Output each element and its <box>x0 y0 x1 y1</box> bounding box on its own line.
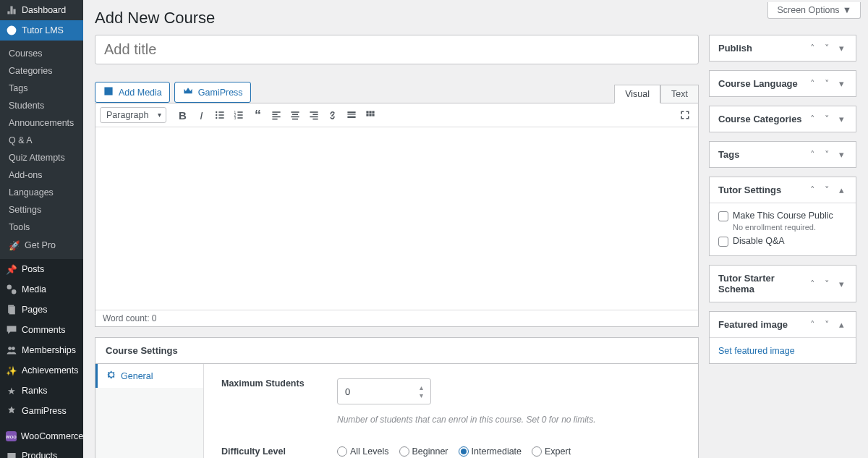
align-left-button[interactable] <box>268 106 285 124</box>
svg-rect-20 <box>238 111 243 113</box>
course-title-input[interactable] <box>95 35 699 64</box>
sidebar-sub-students[interactable]: Students <box>0 97 83 114</box>
tab-label: General <box>121 371 153 381</box>
metabox-title: Course Categories <box>718 114 802 124</box>
sidebar-sub-tags[interactable]: Tags <box>0 80 83 97</box>
sidebar-label: Products <box>22 451 57 458</box>
metabox-title: Tags <box>718 149 739 160</box>
sidebar-item-achievements[interactable]: ✨Achievements <box>0 360 83 381</box>
sidebar-item-woocommerce[interactable]: wooWooCommerce <box>0 427 83 446</box>
sidebar-sub-categories[interactable]: Categories <box>0 62 83 80</box>
move-down-icon[interactable]: ˅ <box>821 279 833 289</box>
sidebar-sub-courses[interactable]: Courses <box>0 45 83 62</box>
fullscreen-button[interactable] <box>676 106 694 124</box>
move-up-icon[interactable]: ˄ <box>807 149 818 160</box>
sidebar-sub-get-pro[interactable]: 🚀 Get Pro <box>0 236 83 255</box>
sidebar-item-products[interactable]: Products <box>0 446 83 458</box>
toggle-icon[interactable]: ▾ <box>835 279 847 289</box>
sidebar-sub-announcements[interactable]: Announcements <box>0 114 83 132</box>
sidebar-sub-languages[interactable]: Languages <box>0 184 83 201</box>
toolbar-toggle-button[interactable] <box>362 106 379 124</box>
align-right-button[interactable] <box>305 106 323 124</box>
svg-rect-41 <box>370 111 372 113</box>
move-down-icon[interactable]: ˅ <box>821 114 833 124</box>
difficulty-expert[interactable]: Expert <box>532 446 571 457</box>
stepper-icon[interactable]: ▴▾ <box>420 383 423 399</box>
toggle-icon[interactable]: ▾ <box>835 43 847 54</box>
difficulty-radio-group: All Levels Beginner Intermediate Expert <box>337 446 681 457</box>
max-students-input[interactable]: 0 ▴▾ <box>337 378 431 404</box>
sidebar-item-gamipress[interactable]: GamiPress <box>0 401 83 421</box>
difficulty-label: Difficulty Level <box>221 446 315 457</box>
gamipress-button[interactable]: GamiPress <box>174 82 251 103</box>
difficulty-all-levels[interactable]: All Levels <box>337 446 389 457</box>
paragraph-select[interactable]: Paragraph <box>100 107 166 123</box>
move-up-icon[interactable]: ˄ <box>807 43 818 54</box>
align-center-button[interactable] <box>286 106 304 124</box>
course-settings-tab-general[interactable]: General <box>95 364 203 388</box>
editor-canvas[interactable] <box>95 127 698 310</box>
sidebar-item-dashboard[interactable]: Dashboard <box>0 0 83 20</box>
sidebar-sub-settings[interactable]: Settings <box>0 201 83 219</box>
move-down-icon[interactable]: ˅ <box>821 319 833 330</box>
move-up-icon[interactable]: ˄ <box>807 78 818 89</box>
toggle-icon[interactable]: ▾ <box>835 149 847 160</box>
move-down-icon[interactable]: ˅ <box>821 78 833 89</box>
sidebar-item-tutor-lms[interactable]: Tutor LMS <box>0 20 83 41</box>
checkbox-label: Disable Q&A <box>733 236 785 246</box>
disable-qa-checkbox[interactable]: Disable Q&A <box>718 236 847 247</box>
sidebar-sub-quiz-attempts[interactable]: Quiz Attempts <box>0 149 83 166</box>
sidebar-item-media[interactable]: Media <box>0 279 83 300</box>
editor-tab-visual[interactable]: Visual <box>614 85 660 103</box>
sidebar-label: Ranks <box>22 386 47 396</box>
make-public-checkbox[interactable]: Make This Course Public <box>718 211 847 221</box>
toggle-icon[interactable]: ▾ <box>835 78 847 89</box>
sidebar-item-memberships[interactable]: Memberships <box>0 340 83 360</box>
sidebar-label: Posts <box>22 264 44 274</box>
svg-rect-33 <box>310 111 318 113</box>
gamipress-icon <box>6 405 17 417</box>
memberships-icon <box>6 344 17 356</box>
svg-point-0 <box>7 26 17 35</box>
numbered-list-button[interactable]: 123 <box>230 106 247 124</box>
move-up-icon[interactable]: ˄ <box>807 185 818 195</box>
sidebar-sub-tools[interactable]: Tools <box>0 219 83 236</box>
sidebar-item-comments[interactable]: Comments <box>0 320 83 340</box>
sidebar-sub-qa[interactable]: Q & A <box>0 132 83 149</box>
set-featured-image-link[interactable]: Set featured image <box>718 346 795 356</box>
button-label: GamiPress <box>198 88 243 98</box>
move-up-icon[interactable]: ˄ <box>807 319 818 330</box>
link-button[interactable] <box>324 106 341 124</box>
screen-options-label: Screen Options <box>777 5 839 15</box>
crown-icon <box>182 85 194 99</box>
quote-button[interactable]: “ <box>249 106 266 124</box>
sidebar-sub-addons[interactable]: Add-ons <box>0 166 83 184</box>
screen-options-button[interactable]: Screen Options ▼ <box>767 2 861 19</box>
move-up-icon[interactable]: ˄ <box>807 279 818 289</box>
move-down-icon[interactable]: ˅ <box>821 149 833 160</box>
sidebar-item-pages[interactable]: Pages <box>0 300 83 320</box>
sidebar-item-posts[interactable]: 📌Posts <box>0 259 83 279</box>
svg-text:3: 3 <box>234 116 237 120</box>
editor-container: Paragraph B I 123 “ <box>95 103 699 327</box>
italic-button[interactable]: I <box>192 106 210 124</box>
difficulty-intermediate[interactable]: Intermediate <box>459 446 522 457</box>
toggle-icon[interactable]: ▾ <box>835 114 847 124</box>
move-down-icon[interactable]: ˅ <box>821 43 833 54</box>
chevron-down-icon: ▼ <box>843 5 851 15</box>
bold-button[interactable]: B <box>174 106 191 124</box>
bullet-list-button[interactable] <box>211 106 229 124</box>
toggle-icon[interactable]: ▴ <box>835 185 847 195</box>
difficulty-beginner[interactable]: Beginner <box>399 446 448 457</box>
svg-rect-29 <box>292 111 299 113</box>
move-up-icon[interactable]: ˄ <box>807 114 818 124</box>
svg-rect-40 <box>367 111 369 113</box>
add-media-button[interactable]: Add Media <box>95 82 170 103</box>
svg-rect-37 <box>348 111 356 113</box>
editor-tab-text[interactable]: Text <box>660 85 699 103</box>
sidebar-item-ranks[interactable]: ★Ranks <box>0 381 83 401</box>
svg-rect-34 <box>313 114 318 115</box>
move-down-icon[interactable]: ˅ <box>821 185 833 195</box>
readmore-button[interactable] <box>343 106 360 124</box>
toggle-icon[interactable]: ▴ <box>835 319 847 330</box>
